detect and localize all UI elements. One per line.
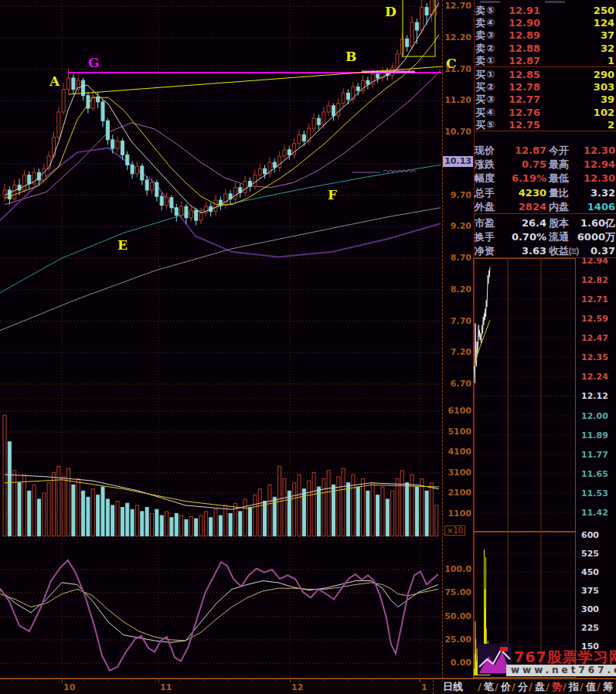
tick-price-label: 12.82 <box>581 275 608 285</box>
price-axis-label: 9.70 <box>451 190 471 201</box>
volume-bar <box>293 483 296 536</box>
tab-8[interactable]: 筹 <box>603 680 613 693</box>
volume-bar <box>72 485 75 536</box>
order-price[interactable]: 12.76 <box>492 107 540 119</box>
minor-tick <box>227 679 228 682</box>
order-price[interactable]: 12.91 <box>492 5 540 17</box>
tick-price-label: 12.59 <box>581 314 608 324</box>
order-volume: 250 <box>594 5 614 17</box>
tick-price-label: 11.89 <box>581 430 608 441</box>
tab-separator: / <box>580 680 584 693</box>
candle-body <box>322 112 325 124</box>
order-volume: 1 <box>607 55 614 67</box>
volume-bar <box>283 478 286 536</box>
candle-body <box>106 121 109 139</box>
tickvol-label: 300 <box>581 604 599 614</box>
tab-3[interactable]: 分 <box>518 680 528 693</box>
volume-bar <box>121 508 124 536</box>
volume-bar <box>342 468 345 536</box>
volume-bar <box>229 514 232 536</box>
volume-bar <box>3 415 6 536</box>
volume-bar <box>327 471 330 536</box>
bottom-bar: 1011121 日线 /笔/价/分/盘/势/指/值/筹 <box>0 678 616 694</box>
month-label: 11 <box>160 682 172 692</box>
month-label: 10 <box>63 682 75 692</box>
tick-price-label: 11.65 <box>581 469 608 479</box>
volume-bar <box>160 515 163 536</box>
order-book-row[interactable]: 买③12.7739 <box>474 94 616 106</box>
order-book-row[interactable]: 卖⑤12.91250 <box>474 5 616 17</box>
tab-6[interactable]: 指 <box>569 680 579 693</box>
intraday-tick-chart[interactable]: 12.9412.8212.7112.5912.4712.3512.2412.12… <box>473 258 616 532</box>
ma-long-teal <box>0 165 441 292</box>
order-book-row[interactable]: 买⑤12.752 <box>474 119 616 131</box>
tab-7[interactable]: 值 <box>586 680 596 693</box>
price-axis-label: 12.20 <box>444 32 471 43</box>
volume-bar <box>243 499 247 536</box>
tickvol-label: 225 <box>581 623 599 633</box>
order-book-row[interactable]: 卖③12.8937 <box>474 29 616 42</box>
kdj-line-K <box>0 581 438 643</box>
volume-bar <box>43 493 46 536</box>
daily-volume-chart[interactable] <box>0 398 442 539</box>
month-tick <box>62 679 63 682</box>
order-price[interactable]: 12.78 <box>492 81 540 94</box>
volume-bar <box>87 497 90 536</box>
ma-short-white <box>5 3 439 213</box>
volume-bar <box>391 491 394 536</box>
candle-body <box>283 150 286 156</box>
candle-body <box>47 156 50 168</box>
candle-body <box>278 156 281 168</box>
order-book-row[interactable]: 卖①12.871 <box>474 55 616 67</box>
minor-tick <box>107 679 108 682</box>
tab-1[interactable]: 笔 <box>484 680 494 693</box>
price-axis-label: 11.20 <box>444 95 471 106</box>
tab-separator: / <box>563 680 567 693</box>
volume-axis-label: 5100 <box>448 427 471 437</box>
kdj-indicator-chart[interactable] <box>0 539 442 678</box>
candle-body <box>195 210 198 220</box>
order-price[interactable]: 12.88 <box>492 43 540 55</box>
candle-body <box>288 150 291 155</box>
tick-price-label: 12.12 <box>581 391 608 401</box>
candle-body <box>347 93 350 99</box>
quote-info-row: 外盘2824内盘1406 <box>474 200 616 214</box>
minor-tick <box>299 679 300 682</box>
volume-bar <box>381 487 384 536</box>
tab-5[interactable]: 势 <box>552 680 562 693</box>
quote-label: 今开 <box>549 144 569 158</box>
order-price[interactable]: 12.75 <box>492 119 540 131</box>
tab-daily[interactable]: 日线 <box>433 680 472 694</box>
volume-bar <box>410 475 414 536</box>
volume-bar <box>131 509 134 536</box>
order-price[interactable]: 12.77 <box>492 94 540 106</box>
view-tabs: /笔/价/分/盘/势/指/值/筹 <box>473 680 616 694</box>
volume-bar <box>356 487 359 536</box>
volume-bar <box>209 518 213 536</box>
candle-body <box>121 141 124 155</box>
tab-separator: / <box>597 680 601 693</box>
volume-bar <box>199 515 202 536</box>
minor-tick <box>203 679 204 682</box>
tick-plot-border <box>474 259 576 532</box>
volume-bar <box>195 519 198 536</box>
order-volume: 32 <box>601 43 614 55</box>
order-price[interactable]: 12.89 <box>492 29 540 42</box>
quote-info-row: 涨跌0.75最高12.94 <box>474 158 616 172</box>
order-price[interactable]: 12.90 <box>492 17 540 29</box>
candle-body <box>396 54 399 68</box>
quote-value: 0.37 <box>590 244 615 258</box>
order-book-row[interactable]: 买①12.85290 <box>474 69 616 81</box>
tab-2[interactable]: 价 <box>501 680 511 693</box>
order-book-row[interactable]: 卖②12.8832 <box>474 43 616 55</box>
order-price[interactable]: 12.87 <box>492 55 540 67</box>
order-price[interactable]: 12.85 <box>492 69 540 81</box>
volume-bar <box>57 467 60 536</box>
order-book-row[interactable]: 卖④12.90124 <box>474 17 616 29</box>
tick-price-label: 12.94 <box>581 258 608 266</box>
volume-bar <box>332 485 335 536</box>
order-book-row[interactable]: 买④12.76102 <box>474 107 616 119</box>
daily-kline-chart[interactable] <box>0 0 442 398</box>
tab-4[interactable]: 盘 <box>535 680 545 693</box>
order-book-row[interactable]: 买②12.78303 <box>474 81 616 94</box>
